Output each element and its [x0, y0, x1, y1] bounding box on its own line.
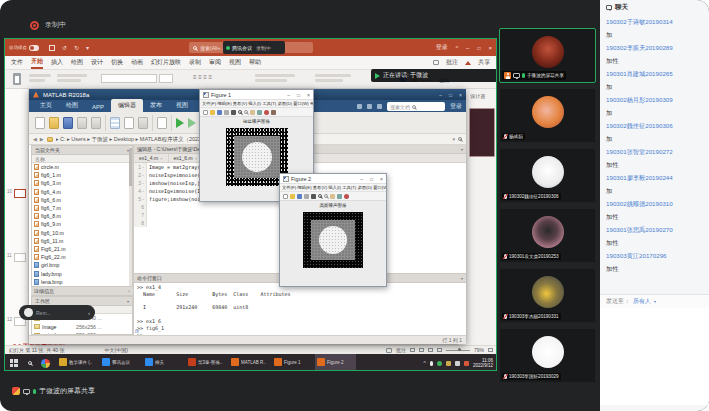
slide-thumbnail[interactable]: 11 — [7, 253, 28, 262]
close-button[interactable]: × — [307, 92, 310, 98]
ppt-menu-item[interactable]: 幻灯片放映 — [151, 58, 181, 67]
file-item[interactable]: fig6_11.m — [32, 237, 132, 245]
brush-icon[interactable] — [271, 110, 276, 115]
message-sender[interactable]: 190302杨月彤20190309 — [606, 93, 703, 106]
collapse-icon[interactable]: ‹ — [88, 310, 90, 316]
taskbar-app-button[interactable]: 腾讯会议 — [100, 354, 141, 371]
maximize-button[interactable]: □ — [477, 45, 480, 51]
message-sender[interactable]: 190302李振天20190289 — [606, 41, 703, 54]
chat-input[interactable] — [600, 308, 709, 405]
message-sender[interactable]: 190303黄江20170296 — [606, 249, 703, 262]
file-item[interactable]: lady.bmp — [32, 269, 132, 277]
minimize-button[interactable]: – — [287, 92, 290, 98]
cursor-icon[interactable] — [231, 110, 236, 115]
toolstrip-tab[interactable]: 绘图 — [59, 99, 85, 112]
maximize-button[interactable]: □ — [449, 92, 452, 98]
command-output[interactable]: >> ex1_4 Name Size Bytes Class Attribute… — [134, 283, 466, 335]
zoom-level[interactable]: 79% — [474, 347, 484, 353]
ppt-menu-item[interactable]: 文件 — [11, 58, 23, 67]
up-folder-icon[interactable] — [47, 137, 53, 142]
cursor-icon[interactable] — [311, 194, 316, 199]
workspace-var-row[interactable]: Image 256x256 ... — [32, 323, 132, 332]
message-sender[interactable]: 190301张智堂20190272 — [606, 145, 703, 158]
name-column-header[interactable]: 名称 — [35, 156, 45, 162]
ppt-menu-item[interactable]: 视图 — [229, 58, 241, 67]
file-item[interactable]: fig6_10.m — [32, 229, 132, 237]
file-item[interactable]: lena.bmp — [32, 278, 132, 286]
datatip-icon[interactable] — [344, 194, 349, 199]
zoom-slider[interactable] — [446, 350, 470, 351]
file-item[interactable]: Fig6_22.m — [32, 253, 132, 261]
file-item[interactable]: girl.bmp — [32, 261, 132, 269]
signin-button[interactable]: 登录 — [436, 43, 448, 52]
editor-tab[interactable]: ex1_4.m × — [134, 154, 169, 162]
file-item[interactable]: fig6_8.m — [32, 212, 132, 220]
file-item[interactable]: fig6_6.m — [32, 196, 132, 204]
paste-icon[interactable] — [13, 73, 21, 85]
taskbar-app-button[interactable]: 教学课件 (.. — [57, 354, 98, 371]
indent-icon[interactable] — [138, 117, 148, 129]
import-data-icon[interactable] — [110, 117, 120, 129]
find-files-icon[interactable] — [77, 117, 87, 129]
ppt-menu-item[interactable]: 动画 — [131, 58, 143, 67]
figure1-titlebar[interactable]: Figure 1 – □ × — [200, 90, 313, 100]
zoom-in-icon[interactable] — [318, 194, 322, 198]
close-button[interactable]: × — [488, 45, 492, 51]
participant-tile[interactable]: 190303李杰丽20190331 — [499, 268, 596, 323]
save-icon[interactable] — [49, 45, 55, 51]
share-icon[interactable] — [465, 61, 471, 65]
fit-slide-icon[interactable] — [488, 348, 493, 352]
zoom-out-icon[interactable] — [324, 194, 328, 198]
notes-icon[interactable] — [386, 348, 392, 353]
rotate-icon[interactable] — [337, 194, 342, 199]
ppt-share-label[interactable]: 共享 — [478, 58, 490, 67]
panel-menu-icon[interactable]: ▾ — [461, 276, 463, 281]
message-sender[interactable]: 190302魏佳征20190306 — [606, 119, 703, 132]
taskbar-search-icon[interactable] — [28, 361, 32, 365]
tab-close-icon[interactable]: × — [160, 156, 162, 161]
redo-icon[interactable]: ↻ — [74, 44, 79, 51]
taskbar-app-button[interactable]: MATLAB R.. — [229, 354, 270, 371]
comment-icon[interactable] — [124, 117, 134, 129]
ppt-menu-item[interactable]: 开始 — [31, 57, 43, 69]
toolstrip-tab[interactable]: APP — [85, 102, 111, 112]
tray-green-icon[interactable] — [437, 361, 442, 366]
ppt-menu-item[interactable]: 帮助 — [249, 58, 261, 67]
run-advance-icon[interactable] — [188, 118, 196, 128]
meeting-overlay-pill[interactable]: 腾讯会议 录制中 — [223, 41, 285, 54]
open-icon[interactable] — [49, 117, 59, 129]
autosave-toggle[interactable]: 自动保存 — [9, 45, 39, 51]
comment-label[interactable]: 批注 — [446, 58, 458, 67]
design-suggestion-thumb[interactable] — [469, 108, 495, 157]
collapse-icon[interactable]: ^ — [128, 289, 130, 294]
figure1-menubar[interactable]: 文件(F) 编辑(E) 查看(V) 插入(I) 工具(T) 桌面(D) 窗口(W… — [200, 100, 313, 108]
send-to-selector[interactable]: 所有人 — [633, 297, 651, 306]
font-size-box[interactable] — [159, 74, 173, 83]
tray-mic-icon[interactable] — [430, 361, 433, 366]
run-icon[interactable] — [176, 118, 184, 128]
compare-icon[interactable] — [91, 117, 101, 129]
language-label[interactable]: 中文(中国) — [104, 347, 127, 353]
file-item[interactable]: circle.m — [32, 163, 132, 171]
figure2-titlebar[interactable]: Figure 2 – □ × — [280, 174, 386, 184]
ppt-menu-item[interactable]: 设计 — [91, 58, 103, 67]
panel-menu-icon[interactable]: ▾ — [127, 299, 129, 304]
send-to-dropdown-icon[interactable]: ▾ — [654, 299, 656, 304]
participant-tile[interactable]: 190301袁文康20190253 — [499, 208, 596, 263]
chat-messages[interactable]: 190302于诗敏20190314 加 190302李振天20190289 加性… — [600, 15, 709, 275]
file-item[interactable]: fig6_9.m — [32, 220, 132, 228]
paste-icon[interactable] — [377, 104, 382, 109]
ribbon-options-icon[interactable]: ^ — [456, 45, 458, 51]
copy-icon[interactable] — [367, 104, 372, 109]
floating-widget[interactable]: Rem... ‹ — [19, 305, 95, 320]
taskbar-app-button[interactable]: Figure 2 — [315, 354, 356, 371]
forward-icon[interactable]: ▶ — [40, 136, 44, 142]
save-icon[interactable] — [63, 117, 73, 129]
print-icon[interactable] — [304, 194, 309, 199]
back-icon[interactable]: ◀ — [33, 136, 37, 142]
message-sender[interactable]: 190302姚顺德20190310 — [606, 197, 703, 210]
search-folder-icon[interactable] — [458, 137, 462, 141]
print-icon[interactable] — [224, 110, 229, 115]
new-script-icon[interactable] — [35, 117, 45, 129]
close-button[interactable]: × — [459, 92, 462, 98]
